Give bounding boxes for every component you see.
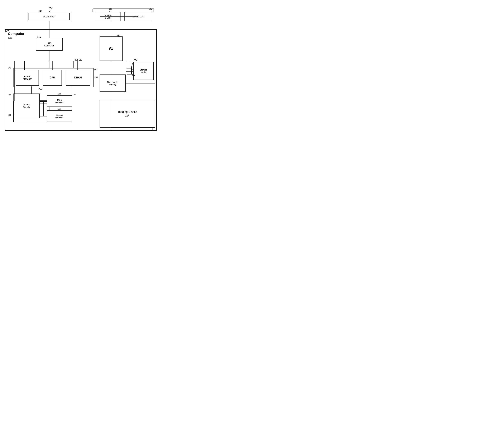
- ref-344: 344: [39, 88, 42, 90]
- ref-402: 402: [38, 10, 42, 12]
- buttons-dials-label: Buttons & Dials: [105, 14, 112, 19]
- cpu-box: CPU: [43, 70, 62, 86]
- ref-406: 406: [149, 8, 153, 10]
- io-label: I/O: [109, 47, 113, 51]
- buttons-dials-box: Buttons & Dials: [96, 12, 120, 21]
- status-lcd-label: Status LCD: [133, 15, 144, 18]
- main-batteries-box: Main Batteries: [47, 95, 72, 107]
- ref-390: 390: [37, 36, 41, 38]
- cpu-label: CPU: [50, 76, 55, 79]
- ref-342: 342: [8, 67, 11, 69]
- ref-360: 360: [58, 108, 61, 110]
- ref-354: 354: [134, 59, 137, 61]
- dram-box: DRAM: [66, 70, 90, 86]
- lcd-screen-label: LCD Screen: [43, 15, 55, 18]
- lcd-screen-box: LCD Screen: [27, 12, 71, 21]
- status-lcd-box: Status LCD: [125, 12, 152, 21]
- power-supply-label: Power Supply: [23, 103, 30, 108]
- ref-364: 364: [73, 94, 76, 96]
- io-box: I/O: [99, 36, 123, 61]
- computer-ref: 118: [8, 36, 12, 39]
- ref-358: 358: [58, 93, 61, 95]
- ref-362: 362: [8, 114, 11, 116]
- ref-404: 404: [108, 8, 112, 10]
- power-manager-label: Power Manager: [23, 75, 32, 80]
- ref-356: 356: [8, 94, 11, 96]
- dram-label: DRAM: [74, 76, 82, 79]
- ref-350: 350: [94, 76, 98, 79]
- lcd-controller-label: LCD Controller: [44, 42, 54, 47]
- connector-352-box: [127, 68, 132, 74]
- ref-408: 408: [49, 6, 53, 9]
- non-volatile-box: Non-volatile Memory: [99, 74, 126, 92]
- diagram: 110 LCD Screen Buttons & Dials Status LC…: [0, 0, 159, 136]
- lcd-controller-box: LCD Controller: [36, 38, 63, 51]
- backup-batteries-box: Backup Batteries: [47, 110, 72, 122]
- imaging-device-box: Imaging Device 114: [99, 100, 155, 128]
- imaging-ref-label: 114: [117, 114, 137, 117]
- main-batteries-label: Main Batteries: [55, 99, 63, 104]
- storage-media-label: Storage Media: [140, 69, 147, 73]
- ref-352: 352: [132, 74, 135, 76]
- power-manager-box: Power Manager: [16, 70, 39, 86]
- bus-label: Bus 116: [74, 59, 82, 61]
- storage-media-box: Storage Media: [133, 62, 154, 80]
- ref-348: 348: [117, 35, 120, 37]
- backup-batteries-label: Backup Batteries: [55, 114, 63, 119]
- imaging-device-label: Imaging Device: [117, 110, 137, 114]
- computer-label: Computer: [8, 32, 24, 36]
- non-volatile-label: Non-volatile Memory: [107, 81, 118, 86]
- power-supply-box: Power Supply: [13, 94, 40, 118]
- ref-346: 346: [94, 68, 97, 71]
